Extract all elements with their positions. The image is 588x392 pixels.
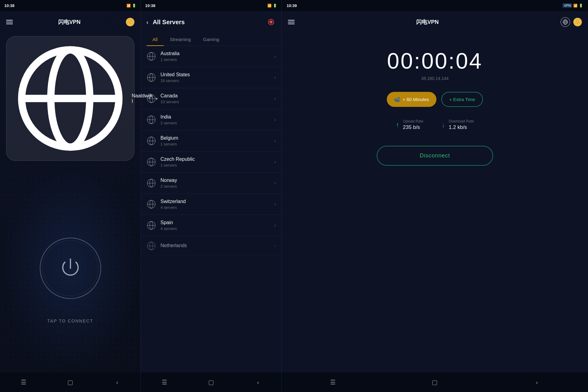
crown-icon-1[interactable]: 👑 xyxy=(126,18,134,26)
back-button[interactable]: ‹ xyxy=(146,19,149,26)
battery-icon-2: 🔋 xyxy=(273,4,277,8)
signal-icon-2: 📶 xyxy=(267,4,272,8)
add-minutes-button[interactable]: 📹 + 60 Minutes xyxy=(387,92,436,107)
timer-display: 00:00:04 xyxy=(387,48,483,74)
signal-icon-3: 📶 xyxy=(573,4,578,8)
time-3: 10:39 xyxy=(287,3,297,8)
server-info-india: India 2 servers xyxy=(160,114,270,125)
chevron-right-spain: › xyxy=(274,223,276,228)
status-bar-2: 10:38 📶 🔋 xyxy=(141,0,281,11)
server-count-switzerland: 4 servers xyxy=(160,205,270,210)
server-name-canada: Canada xyxy=(160,93,270,99)
server-info-canada: Canada 10 servers xyxy=(160,93,270,104)
power-button[interactable] xyxy=(40,238,101,299)
download-value: 1.2 kb/s xyxy=(449,124,474,130)
server-item-netherlands[interactable]: Netherlands › xyxy=(141,236,281,256)
server-name-netherlands: Netherlands xyxy=(160,243,270,248)
menu-icon[interactable] xyxy=(6,20,13,24)
status-icons-2: 📶 🔋 xyxy=(267,4,277,8)
server-name-switzerland: Switzerland xyxy=(160,199,270,204)
globe-icon-norway xyxy=(146,178,156,188)
map-area: TAP TO CONNECT xyxy=(0,164,141,372)
vpn-badge: VPN xyxy=(563,3,572,8)
nav-menu-icon-3[interactable]: ☰ xyxy=(327,376,339,388)
server-name-czech: Czech Republic xyxy=(160,156,270,162)
chevron-right-us: › xyxy=(274,75,276,80)
download-rate: ↓ Download Rate 1.2 kb/s xyxy=(442,119,474,130)
server-name-us: United States xyxy=(160,72,270,77)
menu-icon-3[interactable] xyxy=(288,20,295,24)
server-name-spain: Spain xyxy=(160,220,270,225)
nav-menu-icon-2[interactable]: ☰ xyxy=(158,376,171,388)
server-info-netherlands: Netherlands xyxy=(160,243,270,249)
server-item-india[interactable]: India 2 servers › xyxy=(141,109,281,130)
server-count-australia: 1 servers xyxy=(160,57,270,62)
globe-icon-location xyxy=(12,40,129,157)
server-list: Australia 1 servers › United States 16 s… xyxy=(141,46,281,372)
upload-arrow-icon: ↑ xyxy=(396,121,399,129)
chevron-right-india: › xyxy=(274,117,276,123)
upload-rate: ↑ Upload Rate 235 b/s xyxy=(396,119,424,130)
app-title-3: 闪电VPN xyxy=(416,18,439,26)
tap-label: TAP TO CONNECT xyxy=(47,318,93,323)
globe-button[interactable] xyxy=(560,17,570,27)
tab-gaming[interactable]: Gaming xyxy=(197,33,225,46)
status-icons-1: 📶 🔋 xyxy=(126,4,136,8)
video-icon: 📹 xyxy=(394,96,400,102)
server-count-canada: 10 servers xyxy=(160,100,270,104)
ip-address: 38.180.14.144 xyxy=(421,76,449,81)
tab-streaming[interactable]: Streaming xyxy=(164,33,197,46)
chevron-right-netherlands: › xyxy=(274,243,276,249)
nav-back-icon-3[interactable]: ‹ xyxy=(531,376,543,388)
connected-content: 00:00:04 38.180.14.144 📹 + 60 Minutes + … xyxy=(282,33,588,372)
server-count-spain: 4 servers xyxy=(160,226,270,231)
disconnect-button[interactable]: Disconnect xyxy=(377,146,493,166)
panel3-header: 闪电VPN 👑 xyxy=(282,11,588,33)
server-count-india: 2 servers xyxy=(160,121,270,125)
server-info-spain: Spain 4 servers xyxy=(160,220,270,231)
server-item-czech[interactable]: Czech Republic 1 servers › xyxy=(141,152,281,173)
server-name-norway: Norway xyxy=(160,178,270,183)
chevron-right-belgium: › xyxy=(274,138,276,144)
tab-all[interactable]: All xyxy=(146,33,164,46)
bottom-nav-3: ☰ ▢ ‹ xyxy=(282,372,588,392)
server-info-norway: Norway 2 servers xyxy=(160,178,270,189)
server-item-us[interactable]: United States 16 servers › xyxy=(141,67,281,88)
location-selector[interactable]: Naaldwijk I ▾ xyxy=(6,36,134,161)
panel2-title: All Servers xyxy=(153,19,262,26)
nav-home-icon-3[interactable]: ▢ xyxy=(429,376,441,388)
crown-icon-3[interactable]: 👑 xyxy=(573,18,582,26)
server-info-belgium: Belgium 1 servers xyxy=(160,135,270,146)
nav-back-icon[interactable]: ‹ xyxy=(111,376,123,388)
tabs-row: All Streaming Gaming xyxy=(141,33,281,46)
panel1-header: 闪电VPN 👑 xyxy=(0,11,141,33)
upload-label: Upload Rate xyxy=(403,119,424,123)
server-item-canada[interactable]: Canada 10 servers › xyxy=(141,88,281,109)
status-icons-3: VPN 📶 🔋 xyxy=(563,3,583,8)
chevron-right-norway: › xyxy=(274,180,276,186)
server-count-us: 16 servers xyxy=(160,78,270,83)
status-bar-3: 10:39 VPN 📶 🔋 xyxy=(282,0,588,11)
globe-icon-australia xyxy=(146,51,156,61)
server-item-belgium[interactable]: Belgium 1 servers › xyxy=(141,130,281,152)
action-buttons: 📹 + 60 Minutes + Extra Time xyxy=(294,92,576,107)
svg-point-5 xyxy=(270,21,272,23)
download-info: Download Rate 1.2 kb/s xyxy=(449,119,474,130)
server-item-norway[interactable]: Norway 2 servers › xyxy=(141,173,281,194)
server-info-switzerland: Switzerland 4 servers xyxy=(160,199,270,210)
nav-menu-icon[interactable]: ☰ xyxy=(17,376,30,388)
server-item-spain[interactable]: Spain 4 servers › xyxy=(141,215,281,236)
server-item-switzerland[interactable]: Switzerland 4 servers › xyxy=(141,194,281,215)
nav-home-icon-2[interactable]: ▢ xyxy=(205,376,217,388)
globe-icon-belgium xyxy=(146,136,156,146)
search-button[interactable] xyxy=(266,17,276,27)
nav-back-icon-2[interactable]: ‹ xyxy=(252,376,264,388)
server-count-belgium: 1 servers xyxy=(160,142,270,146)
extra-time-button[interactable]: + Extra Time xyxy=(441,92,483,107)
nav-home-icon[interactable]: ▢ xyxy=(64,376,77,388)
panel-connect: 10:38 📶 🔋 闪电VPN 👑 Naaldwijk I ▾ xyxy=(0,0,141,392)
bottom-nav-1: ☰ ▢ ‹ xyxy=(0,372,141,392)
power-icon xyxy=(58,256,83,281)
server-info-us: United States 16 servers xyxy=(160,72,270,83)
server-item-australia[interactable]: Australia 1 servers › xyxy=(141,46,281,67)
